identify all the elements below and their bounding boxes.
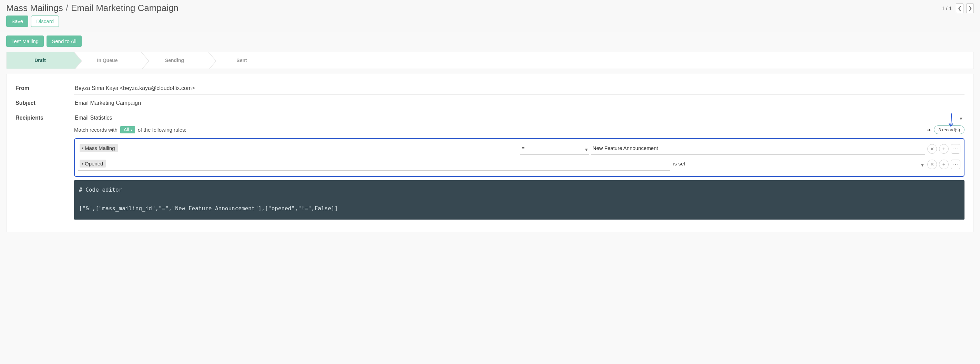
send-to-all-button[interactable]: Send to All — [46, 35, 82, 47]
match-suffix: of the following rules: — [137, 127, 186, 133]
breadcrumb: Mass Mailings / Email Marketing Campaign — [6, 3, 178, 13]
annotation-arrow-icon — [947, 113, 955, 128]
filter-operator-cell[interactable]: is set ▾ — [672, 158, 926, 170]
caret-down-icon: ▾ — [130, 128, 132, 132]
filter-operator-label: is set — [673, 161, 686, 166]
from-label: From — [16, 83, 74, 91]
subject-input[interactable] — [74, 98, 964, 109]
status-bar: Draft In Queue Sending Sent — [6, 52, 974, 69]
from-input[interactable] — [74, 83, 964, 94]
status-step-sent[interactable]: Sent — [208, 52, 275, 69]
arrow-right-icon: ➜ — [927, 127, 931, 133]
filter-row: ▾ Mass Mailing = ▾ New Feature Announcem… — [78, 142, 960, 155]
recipients-input[interactable] — [74, 113, 964, 124]
ellipsis-icon: ⋯ — [953, 162, 958, 167]
ellipsis-icon: ⋯ — [953, 146, 958, 152]
plus-icon: ＋ — [942, 161, 946, 168]
add-filter-button[interactable]: ＋ — [939, 160, 949, 169]
close-icon: ✕ — [930, 146, 934, 152]
filter-row: ▾ Opened is set ▾ ✕ ＋ ⋯ — [78, 158, 960, 171]
filter-box: ▾ Mass Mailing = ▾ New Feature Announcem… — [74, 138, 964, 177]
filter-menu-button[interactable]: ⋯ — [951, 160, 960, 169]
discard-button[interactable]: Discard — [31, 16, 59, 27]
filter-value-cell[interactable]: New Feature Announcement — [591, 143, 925, 155]
add-filter-button[interactable]: ＋ — [939, 144, 949, 154]
filter-field-label: Mass Mailing — [85, 145, 115, 151]
remove-filter-button[interactable]: ✕ — [927, 144, 937, 154]
filter-match-row: Match records with All ▾ of the followin… — [74, 126, 964, 134]
filter-field-label: Opened — [85, 161, 103, 166]
code-editor-body: ["&",["mass_mailing_id","=","New Feature… — [79, 205, 338, 212]
form-action-bar: Test Mailing Send to All — [6, 32, 974, 52]
plus-icon: ＋ — [942, 146, 946, 152]
filter-operator-cell[interactable]: = ▾ — [520, 143, 589, 155]
recipients-label: Recipients — [16, 113, 74, 121]
status-step-sending[interactable]: Sending — [141, 52, 208, 69]
status-step-draft[interactable]: Draft — [6, 52, 74, 69]
breadcrumb-root[interactable]: Mass Mailings — [6, 3, 63, 13]
chevron-down-icon: ▾ — [960, 115, 963, 122]
pager-next-button[interactable]: ❯ — [966, 3, 974, 13]
filter-value-label: New Feature Announcement — [593, 145, 658, 151]
page-header: Mass Mailings / Email Marketing Campaign… — [0, 0, 980, 15]
chevron-right-icon: ❯ — [968, 5, 972, 11]
match-prefix: Match records with — [74, 127, 119, 133]
breadcrumb-sep: / — [66, 3, 68, 13]
subject-label: Subject — [16, 98, 74, 106]
match-selector[interactable]: All ▾ — [120, 126, 135, 133]
header-actions: Save Discard — [0, 15, 980, 32]
code-editor[interactable]: # Code editor ["&",["mass_mailing_id","=… — [74, 180, 964, 220]
chevron-down-icon: ▾ — [585, 147, 588, 153]
match-selector-label: All — [124, 127, 129, 133]
pager-prev-button[interactable]: ❮ — [956, 3, 964, 13]
pager-count: 1 / 1 — [942, 5, 952, 11]
caret-down-icon: ▾ — [82, 146, 83, 150]
recipients-select[interactable]: ▾ — [74, 113, 964, 124]
save-button[interactable]: Save — [6, 16, 28, 27]
remove-filter-button[interactable]: ✕ — [927, 160, 937, 169]
filter-field-tag[interactable]: ▾ Opened — [80, 160, 106, 168]
test-mailing-button[interactable]: Test Mailing — [6, 35, 44, 47]
chevron-left-icon: ❮ — [958, 5, 962, 11]
filter-operator-label: = — [522, 145, 525, 151]
filter-menu-button[interactable]: ⋯ — [951, 144, 960, 154]
filter-field-cell[interactable]: ▾ Mass Mailing — [78, 142, 518, 155]
chevron-down-icon: ▾ — [921, 162, 924, 168]
filter-field-cell[interactable]: ▾ Opened — [78, 158, 670, 171]
code-editor-comment: # Code editor — [79, 187, 122, 193]
pager: 1 / 1 ❮ ❯ — [942, 3, 974, 13]
filter-field-tag[interactable]: ▾ Mass Mailing — [80, 144, 118, 152]
status-step-in-queue[interactable]: In Queue — [74, 52, 141, 69]
caret-down-icon: ▾ — [82, 162, 83, 166]
close-icon: ✕ — [930, 162, 934, 167]
breadcrumb-current: Email Marketing Campaign — [71, 3, 178, 13]
form-card: From Subject Recipients ▾ Match rec — [6, 74, 974, 232]
